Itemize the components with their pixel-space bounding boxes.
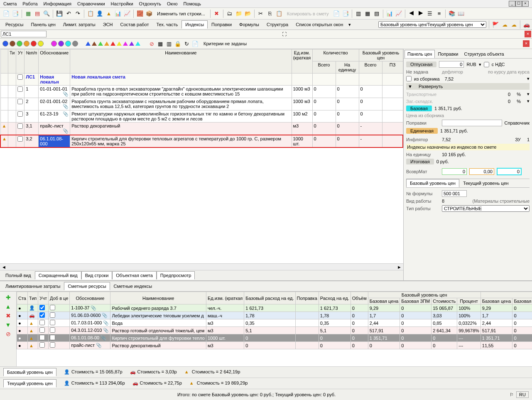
doc-name-input[interactable] xyxy=(1,31,47,37)
menu-nastr[interactable]: Настройки xyxy=(111,1,133,6)
tab-struct[interactable]: Структура xyxy=(263,20,292,29)
color-blue[interactable] xyxy=(2,41,8,47)
delete-icon[interactable]: ✖ xyxy=(213,10,221,17)
list-icon[interactable]: ☰ xyxy=(426,10,434,17)
menu-help[interactable]: Помощь xyxy=(184,1,201,6)
tb-icon-q[interactable]: 📈 xyxy=(395,10,402,17)
color-orange[interactable] xyxy=(24,41,29,47)
undo-icon[interactable]: ↶ xyxy=(65,10,72,17)
cloud-icon[interactable]: ☁ xyxy=(501,21,508,28)
doc-icon[interactable]: 📄 xyxy=(191,40,199,47)
car-icon[interactable]: 🚗 xyxy=(523,21,530,28)
list2-icon[interactable]: ≡ xyxy=(435,10,443,17)
color-red[interactable] xyxy=(31,41,37,47)
izsb-checkbox[interactable] xyxy=(406,76,412,81)
tb-icon-g[interactable]: 📦 xyxy=(145,10,153,17)
maximize-button[interactable]: ☐ xyxy=(515,1,522,7)
level-tab-base[interactable]: Базовый уровень цен xyxy=(406,179,459,187)
tab-esn[interactable]: ЭСН xyxy=(99,20,117,29)
grid1-icon[interactable]: ▦ xyxy=(157,40,164,47)
menu-okno[interactable]: Окно xyxy=(167,1,178,6)
menu-sprav[interactable]: Справочники xyxy=(77,1,105,6)
table-row[interactable]: 101-01-001-01📎Разработка грунта в отвал … xyxy=(0,86,403,98)
level-tab-current[interactable]: Текущий уровень цен xyxy=(459,179,512,187)
tab-index[interactable]: Индексы xyxy=(181,20,208,29)
filter-tri-6[interactable] xyxy=(117,42,122,46)
table-row[interactable]: ЛС1Новая локальнНовая локальная смета xyxy=(0,74,403,86)
minimize-button[interactable]: _ xyxy=(509,1,515,7)
menu-otd[interactable]: Отдохнуть xyxy=(139,1,162,6)
redo-icon[interactable]: ↷ xyxy=(74,10,81,17)
resource-row[interactable]: ●🚗91.06.03-0600 📎Лебедки электрические т… xyxy=(17,312,532,319)
side-tab-struct[interactable]: Структура объекта xyxy=(461,50,507,58)
otpusk-input[interactable] xyxy=(439,61,464,68)
tab-formula[interactable]: Формулы xyxy=(235,20,263,29)
resource-row[interactable]: ●▲04.3.01.12-010 📎Раствор готовый отдело… xyxy=(17,327,532,334)
tb-icon-i[interactable]: 📁 xyxy=(235,10,243,17)
resource-row[interactable]: ●▲прайс-лист 📎Раствор декоративныйм30000… xyxy=(17,342,532,349)
sprav-link[interactable]: Справочник xyxy=(505,120,530,125)
h-scroll[interactable]: ◄► xyxy=(0,263,403,270)
paste-icon[interactable]: 📋 xyxy=(275,10,283,17)
nform-input[interactable] xyxy=(442,190,467,197)
pdf-icon[interactable]: ▤ xyxy=(34,10,41,17)
btn-stop[interactable]: ⊘ xyxy=(6,331,11,337)
tb-icon-1[interactable]: 📄 xyxy=(2,10,10,17)
tb-icon-b[interactable]: 👤 xyxy=(96,10,103,17)
menu-smeta[interactable]: Смета xyxy=(3,1,17,6)
tb-icon-k[interactable]: 📄 xyxy=(333,10,340,17)
color-yellow[interactable] xyxy=(38,41,44,47)
side-tab-popr[interactable]: Поправки xyxy=(435,50,461,58)
filter-tri-4[interactable] xyxy=(104,42,109,46)
search-icon[interactable]: 🔍 xyxy=(43,10,50,17)
tb-icon-p[interactable]: 📊 xyxy=(386,10,393,17)
vozvr-2[interactable] xyxy=(469,168,494,175)
view-full[interactable]: Полный вид xyxy=(2,271,35,280)
view-row[interactable]: Вид строки xyxy=(81,271,113,280)
doc-close-button[interactable]: × xyxy=(525,31,531,37)
cloud2-icon[interactable]: ☁ xyxy=(510,21,517,28)
side-tab-price[interactable]: Панель цен xyxy=(405,50,435,58)
main-grid[interactable]: Ти Ут №п/п Обоснование Наименование Ед.и… xyxy=(0,49,403,148)
clear-filter-icon[interactable]: ⊘ xyxy=(148,40,155,47)
expand-toggle[interactable]: Развернуть xyxy=(419,84,443,89)
vozvr-1[interactable] xyxy=(442,168,467,175)
tb-icon-d[interactable]: 📊 xyxy=(114,10,122,17)
tab-sostav[interactable]: Состав работ xyxy=(117,20,153,29)
filter-tri-1[interactable] xyxy=(86,42,91,46)
popr-input[interactable] xyxy=(442,120,502,126)
filter-tri-3[interactable] xyxy=(98,42,103,46)
color-pink[interactable] xyxy=(51,41,57,47)
color-cyan[interactable] xyxy=(65,41,71,47)
btab-limit[interactable]: Лимитированные затраты xyxy=(2,282,64,290)
tb-icon-j[interactable]: 📂 xyxy=(244,10,252,17)
price-level-select[interactable]: Базовый уровень цен/Текущий уровень цен xyxy=(378,21,486,28)
lang-indicator[interactable]: RU xyxy=(516,391,529,398)
copy-icon[interactable]: ⎘ xyxy=(266,10,274,17)
resource-row[interactable]: ●▲01.7.03.01-000 📎Водам30,350,3502,4400,… xyxy=(17,319,532,327)
indent-right-icon[interactable]: ⯈ xyxy=(417,10,424,17)
menu-rabota[interactable]: Работа xyxy=(22,1,37,6)
tb-icon-2[interactable]: 📑 xyxy=(12,10,19,17)
nds-checkbox[interactable] xyxy=(484,62,489,67)
color-purple[interactable] xyxy=(58,41,64,47)
btn-add[interactable]: ✚ xyxy=(6,294,11,301)
grid2-icon[interactable]: ▥ xyxy=(165,40,173,47)
color-brown[interactable] xyxy=(10,41,15,47)
table-row[interactable]: 202-01-001-02📎Разработка грунта экскават… xyxy=(0,98,403,110)
tb-icon-h[interactable]: 🗂 xyxy=(226,10,233,17)
save-icon[interactable]: 💾 xyxy=(56,10,63,17)
tab-tech[interactable]: Тех. часть xyxy=(152,20,181,29)
resource-row[interactable]: ●👤1-100-37 📎Рабочий среднего разряда 3.7… xyxy=(17,304,532,312)
btn-up[interactable]: ▲ xyxy=(5,303,11,310)
resource-row[interactable]: ●▲06.1.01.08-00 📎Кирпич строительный для… xyxy=(17,334,532,342)
indent-left-icon[interactable]: ⯇ xyxy=(408,10,415,17)
filter-tri-2[interactable] xyxy=(92,42,97,46)
color-gray[interactable] xyxy=(72,41,78,47)
filter-tri-9[interactable] xyxy=(135,42,140,46)
color-green[interactable] xyxy=(17,41,22,47)
filter-close-button[interactable]: × xyxy=(523,40,530,47)
tab-panel-cen[interactable]: Панель цен xyxy=(27,20,59,29)
menu-info[interactable]: Информация xyxy=(44,1,71,6)
table-row[interactable]: ▲3,1прайс-лист📎Раствор декоративныйм300- xyxy=(0,123,403,135)
